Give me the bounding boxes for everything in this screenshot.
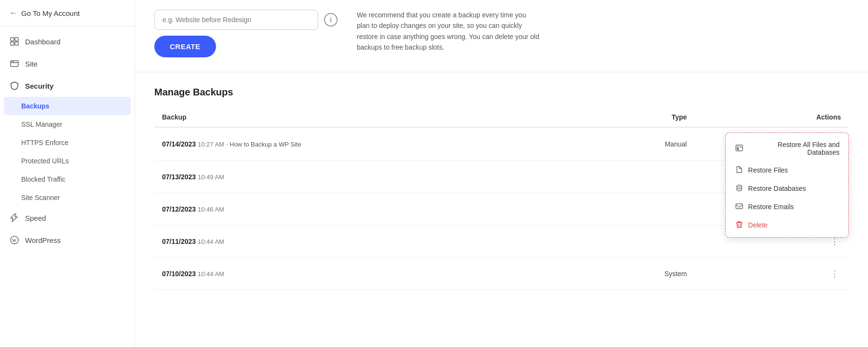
backup-type: System xyxy=(550,258,726,290)
restore-databases-icon xyxy=(734,184,743,193)
protected-urls-label: Protected URLs xyxy=(21,157,69,165)
wordpress-label: WordPress xyxy=(25,236,61,244)
site-label: Site xyxy=(25,60,38,68)
speed-icon xyxy=(10,213,19,223)
sidebar-item-security[interactable]: Security xyxy=(0,75,135,97)
backup-date: 07/11/2023 xyxy=(162,238,196,245)
restore-emails-item[interactable]: Restore Emails xyxy=(726,198,848,216)
backup-type xyxy=(550,193,726,226)
backup-time: 10:27 AM xyxy=(198,141,224,148)
action-row: ⋮ xyxy=(733,267,841,281)
restore-emails-label: Restore Emails xyxy=(748,203,794,211)
svg-rect-2 xyxy=(11,42,14,45)
table-row: 07/14/2023 10:27 AM · How to Backup a WP… xyxy=(154,127,849,161)
info-icon[interactable]: i xyxy=(324,13,338,27)
manage-backups-title: Manage Backups xyxy=(154,87,849,98)
backup-time: 10:49 AM xyxy=(198,174,224,181)
go-to-account-label: Go To My Account xyxy=(21,9,80,17)
sidebar-item-ssl-manager[interactable]: SSL Manager xyxy=(0,115,135,133)
svg-point-6 xyxy=(12,61,13,62)
restore-all-icon xyxy=(734,144,743,153)
backup-name-input[interactable] xyxy=(154,10,318,30)
manage-backups-section: Manage Backups Backup Type Actions 07/14… xyxy=(135,72,868,305)
backup-actions: 1 ⋮ xyxy=(725,127,849,161)
sidebar-item-dashboard[interactable]: Dashboard xyxy=(0,30,135,53)
svg-rect-1 xyxy=(15,38,18,41)
sidebar: ← Go To My Account Dashboard xyxy=(0,0,135,347)
backup-cell: 07/10/2023 10:44 AM xyxy=(154,258,550,290)
sidebar-item-blocked-traffic[interactable]: Blocked Traffic xyxy=(0,170,135,188)
svg-point-13 xyxy=(737,185,742,187)
backup-time: 10:44 AM xyxy=(198,238,224,245)
backup-table: Backup Type Actions 07/14/2023 10:27 AM … xyxy=(154,107,849,290)
blocked-traffic-label: Blocked Traffic xyxy=(21,175,66,183)
backup-type: Manual xyxy=(550,127,726,161)
restore-files-item[interactable]: Restore Files xyxy=(726,161,848,179)
back-arrow-icon: ← xyxy=(10,9,17,17)
restore-databases-item[interactable]: Restore Databases xyxy=(726,179,848,198)
restore-all-label: Restore All Files and Databases xyxy=(748,141,840,156)
dashboard-icon xyxy=(10,37,19,46)
sidebar-nav: Dashboard Site Security xyxy=(0,27,135,347)
site-icon xyxy=(10,59,19,68)
ssl-manager-label: SSL Manager xyxy=(21,120,62,128)
security-icon xyxy=(10,81,19,91)
backup-cell: 07/11/2023 10:44 AM xyxy=(154,226,550,258)
backup-date: 07/14/2023 xyxy=(162,140,196,148)
backup-cell: 07/12/2023 10:46 AM xyxy=(154,193,550,226)
sidebar-item-speed[interactable]: Speed xyxy=(0,207,135,229)
main-content: i CREATE We recommend that you create a … xyxy=(135,0,868,347)
restore-files-icon xyxy=(734,166,743,174)
restore-databases-label: Restore Databases xyxy=(748,185,806,192)
col-backup: Backup xyxy=(154,107,550,127)
table-header-row: Backup Type Actions xyxy=(154,107,849,127)
backup-dropdown-menu: Restore All Files and Databases Restore xyxy=(725,133,849,238)
backup-date: 07/10/2023 xyxy=(162,270,196,278)
go-to-account-link[interactable]: ← Go To My Account xyxy=(0,0,135,27)
security-label: Security xyxy=(25,82,54,90)
svg-rect-10 xyxy=(736,145,743,151)
speed-label: Speed xyxy=(25,214,46,222)
backup-name: · How to Backup a WP Site xyxy=(226,141,301,148)
delete-item[interactable]: Delete xyxy=(726,216,848,234)
wordpress-icon: W xyxy=(10,235,19,245)
backups-label: Backups xyxy=(21,102,49,110)
backup-cell: 07/14/2023 10:27 AM · How to Backup a WP… xyxy=(154,127,550,161)
svg-rect-3 xyxy=(15,42,18,45)
create-form: i CREATE xyxy=(154,10,338,57)
delete-label: Delete xyxy=(748,221,767,229)
backup-date: 07/13/2023 xyxy=(162,173,196,181)
svg-text:W: W xyxy=(12,238,16,243)
sidebar-item-protected-urls[interactable]: Protected URLs xyxy=(0,152,135,170)
sidebar-item-https-enforce[interactable]: HTTPS Enforce xyxy=(0,133,135,152)
backup-date: 07/12/2023 xyxy=(162,205,196,213)
create-backup-section: i CREATE We recommend that you create a … xyxy=(135,0,868,72)
create-input-row: i xyxy=(154,10,338,30)
restore-emails-icon xyxy=(734,202,743,211)
restore-all-item[interactable]: Restore All Files and Databases xyxy=(726,136,848,161)
three-dots-button[interactable]: ⋮ xyxy=(828,267,841,281)
col-actions: Actions xyxy=(725,107,849,127)
backup-time: 10:46 AM xyxy=(198,206,224,213)
svg-point-7 xyxy=(13,61,14,62)
delete-icon xyxy=(734,221,743,229)
backup-cell: 07/13/2023 10:49 AM xyxy=(154,161,550,193)
restore-files-label: Restore Files xyxy=(748,166,787,174)
sidebar-item-site-scanner[interactable]: Site Scanner xyxy=(0,188,135,207)
backup-actions: ⋮ xyxy=(725,258,849,290)
https-enforce-label: HTTPS Enforce xyxy=(21,139,68,147)
backup-type xyxy=(550,226,726,258)
sidebar-item-backups[interactable]: Backups xyxy=(4,97,131,115)
backup-time: 10:44 AM xyxy=(198,270,224,278)
backup-type xyxy=(550,161,726,193)
sidebar-item-wordpress[interactable]: W WordPress xyxy=(0,229,135,251)
svg-rect-14 xyxy=(736,204,743,209)
sidebar-item-site[interactable]: Site xyxy=(0,53,135,75)
create-button[interactable]: CREATE xyxy=(154,36,216,57)
svg-rect-0 xyxy=(11,38,14,41)
svg-rect-12 xyxy=(737,148,739,150)
table-row: 07/10/2023 10:44 AM System ⋮ xyxy=(154,258,849,290)
recommendation-text: We recommend that you create a backup ev… xyxy=(357,10,540,53)
col-type: Type xyxy=(550,107,726,127)
site-scanner-label: Site Scanner xyxy=(21,194,60,201)
